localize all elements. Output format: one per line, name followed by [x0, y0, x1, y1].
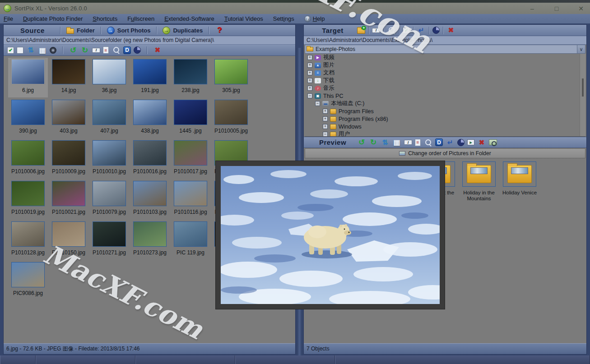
rename-icon[interactable]: [372, 28, 380, 33]
select-all-icon[interactable]: [7, 47, 14, 54]
thumbnail[interactable]: 6.jpg: [8, 58, 48, 97]
tree-expander[interactable]: +: [323, 116, 328, 121]
thumbnail[interactable]: P1010019.jpg: [8, 180, 48, 219]
help-circle-icon[interactable]: [304, 15, 311, 22]
delete-icon[interactable]: [446, 26, 455, 34]
source-button-folder[interactable]: Folder: [64, 27, 98, 34]
thumbnail[interactable]: 14.jpg: [49, 58, 88, 97]
tree-item[interactable]: +Program Files (x86): [305, 115, 585, 123]
source-button-duplicates[interactable]: Duplicates: [160, 27, 205, 34]
rename-icon[interactable]: [92, 48, 100, 53]
file-info-icon[interactable]: [103, 46, 109, 54]
tree-scrollbar[interactable]: [580, 54, 585, 136]
pie-icon[interactable]: [432, 27, 440, 34]
delete-icon[interactable]: [153, 46, 162, 54]
disc-icon[interactable]: [50, 47, 56, 54]
image-search-icon[interactable]: [489, 139, 497, 145]
source-button-help[interactable]: [212, 26, 227, 34]
scrollbar-thumb[interactable]: [582, 78, 584, 97]
import-icon[interactable]: [417, 26, 426, 34]
tree-expander[interactable]: −: [315, 101, 320, 106]
redo-icon[interactable]: [80, 46, 89, 54]
tree-item[interactable]: −本地磁盘 (C:): [305, 100, 585, 107]
tree-item[interactable]: +Windows: [305, 123, 585, 130]
folder-icon[interactable]: [66, 28, 74, 34]
thumbnail[interactable]: P1010103.jpg: [130, 180, 170, 219]
thumbnail[interactable]: P1010079.jpg: [89, 180, 129, 219]
source-button-sort-photos[interactable]: Sort Photos: [104, 27, 153, 34]
preview-folder[interactable]: Holiday in the Mountains: [460, 161, 498, 202]
duplicates-d-icon[interactable]: [123, 46, 131, 54]
menu-settings[interactable]: Settings: [273, 15, 294, 22]
thumbnail[interactable]: P1010016.jpg: [130, 139, 170, 179]
thumbnail[interactable]: P1010021.jpg: [49, 180, 88, 219]
tree-expander[interactable]: +: [307, 86, 312, 91]
maximize-button[interactable]: □: [552, 5, 561, 12]
thumbnail[interactable]: 403.jpg: [49, 98, 88, 138]
thumbnail[interactable]: P1010150.jpg: [49, 220, 88, 260]
duplicates-icon[interactable]: [163, 27, 170, 34]
thumbnail[interactable]: P1010273.jpg: [130, 220, 170, 260]
redo-icon[interactable]: [369, 138, 378, 147]
thumbnail[interactable]: 1445 .jpg: [171, 98, 210, 138]
menu-duplicate-photo-finder[interactable]: Duplicate Photo Finder: [23, 15, 83, 22]
menu-extended-software[interactable]: Extended-Software: [164, 15, 214, 22]
duplicates-d-icon[interactable]: [435, 138, 443, 146]
delete-icon[interactable]: [477, 138, 486, 147]
tree-expander[interactable]: +: [307, 78, 312, 83]
tree-expander[interactable]: −: [307, 93, 312, 98]
thumbnail[interactable]: 238.jpg: [171, 58, 210, 97]
tree-expander[interactable]: +: [307, 63, 312, 68]
thumbnail[interactable]: P1010271.jpg: [89, 220, 129, 260]
tree-expander[interactable]: +: [323, 124, 328, 129]
tree-item[interactable]: −This PC: [305, 92, 585, 100]
menu-file[interactable]: File: [4, 15, 13, 22]
thumbnail[interactable]: P1010005.jpg: [211, 98, 251, 138]
change-order-button[interactable]: Change order of Pictures in Folder: [305, 148, 585, 158]
tree-item[interactable]: +文档: [305, 69, 585, 77]
thumbnail[interactable]: 305.jpg: [211, 58, 251, 97]
minimize-button[interactable]: –: [528, 5, 537, 12]
menu-fullscreen[interactable]: Fullscreen: [127, 15, 154, 22]
thumbnail[interactable]: PIC 119.jpg: [171, 220, 210, 260]
menu-help[interactable]: Help: [304, 15, 325, 22]
new-folder-icon[interactable]: [357, 28, 365, 34]
thumbnail[interactable]: 390.jpg: [8, 98, 48, 138]
menu-shortcuts[interactable]: Shortcuts: [93, 15, 117, 22]
thumbnail[interactable]: P1010128.jpg: [8, 220, 48, 260]
pie-icon[interactable]: [457, 139, 465, 146]
sort-photos-icon[interactable]: [107, 27, 115, 34]
tree-item[interactable]: +音乐: [305, 84, 585, 92]
undo-icon[interactable]: [357, 138, 366, 147]
tree-item[interactable]: +图片: [305, 61, 585, 69]
import-icon[interactable]: [446, 138, 455, 147]
preview-folder[interactable]: Holiday Venice: [501, 161, 539, 196]
thumbnail[interactable]: P1010010.jpg: [89, 139, 129, 179]
presentation-icon[interactable]: [467, 139, 474, 145]
sort-order-icon[interactable]: [381, 138, 390, 147]
rename-icon[interactable]: [404, 140, 412, 145]
file-info-icon[interactable]: [415, 139, 421, 146]
thumbnail[interactable]: 438.jpg: [130, 98, 170, 138]
red-question-icon[interactable]: [215, 26, 224, 34]
pie-icon[interactable]: [134, 46, 141, 54]
thumbnail[interactable]: P1010009.jpg: [49, 139, 88, 179]
thumbnail-grid-icon[interactable]: [392, 138, 401, 147]
thumbnail[interactable]: PIC9086.jpg: [8, 261, 48, 300]
tree-item[interactable]: −用户: [305, 130, 585, 137]
thumbnail[interactable]: 407.jpg: [89, 98, 129, 138]
search-icon[interactable]: [423, 138, 432, 147]
tree-expander[interactable]: +: [307, 70, 312, 75]
search-icon[interactable]: [387, 26, 396, 34]
menu-tutorial-videos[interactable]: Tutorial Videos: [224, 15, 263, 22]
thumbnail[interactable]: P1010017.jpg: [171, 139, 210, 179]
deselect-all-icon[interactable]: [17, 47, 23, 54]
tree-item[interactable]: +Program Files: [305, 107, 585, 115]
thumbnail[interactable]: P1010006.jpg: [8, 139, 48, 179]
image-preview-popup[interactable]: [216, 161, 445, 309]
chevron-down-icon[interactable]: [577, 45, 585, 53]
tree-expander[interactable]: −: [323, 132, 328, 137]
close-button[interactable]: ✕: [576, 5, 585, 12]
search-icon[interactable]: [111, 46, 121, 54]
thumbnail[interactable]: P1010116.jpg: [171, 180, 210, 219]
